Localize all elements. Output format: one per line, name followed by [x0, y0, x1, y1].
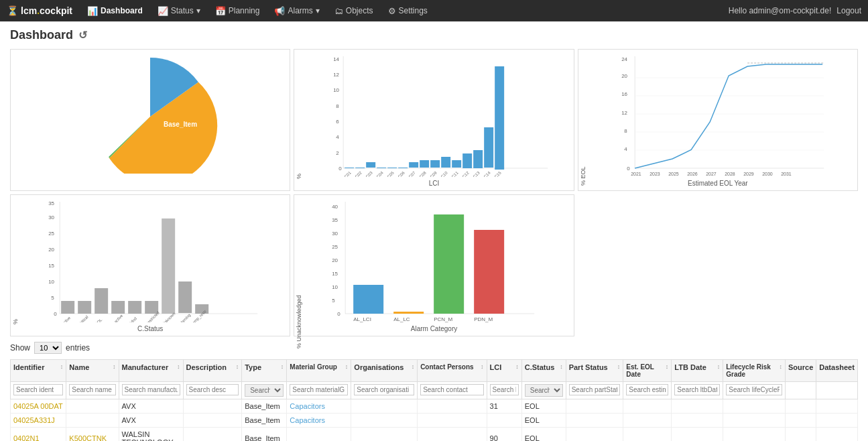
- th-cstatus[interactable]: C.Status↕: [521, 360, 566, 382]
- nav-logout-link[interactable]: Logout: [836, 6, 861, 15]
- svg-text:AL_LC: AL_LC: [393, 316, 410, 322]
- cell-manufacturer-1: AVX: [119, 399, 183, 414]
- search-description-input[interactable]: [186, 384, 239, 395]
- sort-name-icon[interactable]: ↕: [113, 363, 116, 370]
- name-link-3[interactable]: K500CTNK: [69, 434, 107, 441]
- th-description[interactable]: Description↕: [183, 360, 242, 382]
- pie-chart-svg: Item Base_Item: [76, 53, 224, 174]
- nav-user-greeting: Hello admin@om-cockpit.de!: [729, 6, 832, 15]
- cell-desc-2: [183, 414, 242, 428]
- svg-text:Active: Active: [61, 316, 72, 322]
- nav-planning[interactable]: 📅 Planning: [208, 0, 267, 21]
- search-manufacturer-input[interactable]: [122, 384, 180, 395]
- sort-ltb-icon[interactable]: ↕: [717, 363, 721, 370]
- sort-manufacturer-icon[interactable]: ↕: [177, 363, 180, 370]
- cell-org-2: [351, 414, 418, 428]
- search-material-cell: [287, 382, 351, 399]
- sort-material-icon[interactable]: ↕: [345, 363, 349, 370]
- nav-objects[interactable]: 🗂 Objects: [328, 0, 380, 21]
- sort-identifier-icon[interactable]: ↕: [60, 363, 64, 370]
- search-type-select[interactable]: Search Type: [245, 384, 284, 397]
- svg-rect-21: [462, 153, 472, 168]
- svg-text:20: 20: [332, 257, 338, 263]
- th-est-eol[interactable]: Est. EOLDate↕: [623, 360, 672, 382]
- identifier-link-1[interactable]: 04025A 00DAT: [13, 402, 63, 410]
- table-controls: Show 10 25 50 entries: [10, 342, 858, 354]
- svg-text:C06: C06: [397, 170, 406, 177]
- sort-risk-icon[interactable]: ↕: [780, 363, 783, 370]
- sort-org-icon[interactable]: ↕: [412, 363, 415, 370]
- table-search-row: Search Type: [11, 382, 858, 399]
- table-row: 04025A331J AVX Base_Item Capacitors EOL: [11, 414, 858, 428]
- nav-settings[interactable]: ⚙ Settings: [381, 0, 434, 21]
- svg-text:AL_LCI: AL_LCI: [353, 316, 371, 322]
- identifier-link-3[interactable]: 0402N1: [13, 434, 40, 441]
- search-ltb-input[interactable]: [674, 384, 720, 395]
- search-name-input[interactable]: [69, 384, 115, 395]
- svg-text:6: 6: [336, 119, 339, 125]
- cell-type-1: Base_Item: [242, 399, 287, 414]
- th-organisations[interactable]: Organisations↕: [351, 360, 418, 382]
- svg-text:2027: 2027: [706, 172, 717, 176]
- search-partstatus-input[interactable]: [569, 384, 621, 395]
- search-lci-input[interactable]: [490, 384, 519, 395]
- svg-text:30: 30: [48, 214, 54, 220]
- sort-cstatus-icon[interactable]: ↕: [560, 363, 563, 370]
- svg-rect-24: [495, 66, 504, 170]
- material-link-1[interactable]: Capacitors: [290, 402, 325, 410]
- show-count-select[interactable]: 10 25 50: [34, 342, 62, 354]
- refresh-icon[interactable]: ↺: [78, 29, 87, 42]
- sort-eol-icon[interactable]: ↕: [666, 363, 669, 370]
- th-ltb-date[interactable]: LTB Date↕: [672, 360, 723, 382]
- search-eol-input[interactable]: [626, 384, 668, 395]
- th-manufacturer[interactable]: Manufacturer↕: [119, 360, 183, 382]
- search-contact-input[interactable]: [420, 384, 483, 395]
- th-name[interactable]: Name↕: [66, 360, 119, 382]
- svg-text:12: 12: [333, 72, 339, 78]
- sort-partstatus-icon[interactable]: ↕: [617, 363, 621, 370]
- svg-text:5: 5: [332, 298, 335, 304]
- sort-description-icon[interactable]: ↕: [236, 363, 239, 370]
- svg-text:C09: C09: [430, 170, 438, 177]
- svg-rect-104: [393, 312, 424, 314]
- sort-type-icon[interactable]: ↕: [281, 363, 284, 370]
- svg-text:5: 5: [51, 295, 54, 301]
- svg-rect-78: [128, 301, 141, 314]
- sort-lci-icon[interactable]: ↕: [515, 363, 519, 370]
- svg-text:4: 4: [336, 134, 339, 140]
- svg-text:2023: 2023: [649, 172, 660, 176]
- sort-contact-icon[interactable]: ↕: [481, 363, 484, 370]
- search-risk-input[interactable]: [726, 384, 782, 395]
- page-title-text: Dashboard: [10, 28, 73, 42]
- cell-identifier-3: 0402N1: [11, 428, 66, 442]
- lci-chart-box: % 0 2 4 6 8 10 12 14: [294, 49, 574, 191]
- identifier-link-2[interactable]: 04025A331J: [13, 416, 55, 424]
- th-type[interactable]: Type↕: [242, 360, 287, 382]
- nav-dashboard[interactable]: 📊 Dashboard: [80, 0, 149, 21]
- svg-rect-106: [474, 230, 504, 314]
- material-link-2[interactable]: Capacitors: [290, 416, 325, 424]
- search-org-input[interactable]: [354, 384, 414, 395]
- search-material-input[interactable]: [290, 384, 348, 395]
- svg-text:C03: C03: [365, 170, 373, 177]
- cell-cstatus-1: EOL: [521, 399, 566, 414]
- cstatus-y-label: %: [12, 265, 19, 378]
- nav-status-label: Status: [171, 6, 194, 15]
- th-contact[interactable]: Contact Persons↕: [418, 360, 487, 382]
- alarm-bar-svg: 0 5 10 15 20 25 30 35 40 AL_LCI AL_LC PC: [304, 198, 576, 322]
- search-identifier-input[interactable]: [13, 384, 63, 395]
- page-content: Dashboard ↺ I: [0, 21, 868, 441]
- svg-text:C07: C07: [408, 170, 416, 177]
- th-lci[interactable]: LCI↕: [487, 360, 521, 382]
- nav-alarms[interactable]: 📢 Alarms ▾: [267, 0, 326, 21]
- th-part-status[interactable]: Part Status↕: [566, 360, 623, 382]
- svg-rect-14: [387, 168, 397, 168]
- search-name-cell: [66, 382, 119, 399]
- search-contact-cell: [418, 382, 487, 399]
- th-lifecycle-risk[interactable]: Lifecycle RiskGrade↕: [723, 360, 786, 382]
- search-cstatus-select[interactable]: Search Type: [525, 384, 563, 397]
- nav-status[interactable]: 📈 Status ▾: [151, 0, 207, 21]
- svg-text:C12: C12: [462, 170, 470, 177]
- svg-text:2030: 2030: [762, 172, 773, 176]
- cell-name-2: [66, 414, 119, 428]
